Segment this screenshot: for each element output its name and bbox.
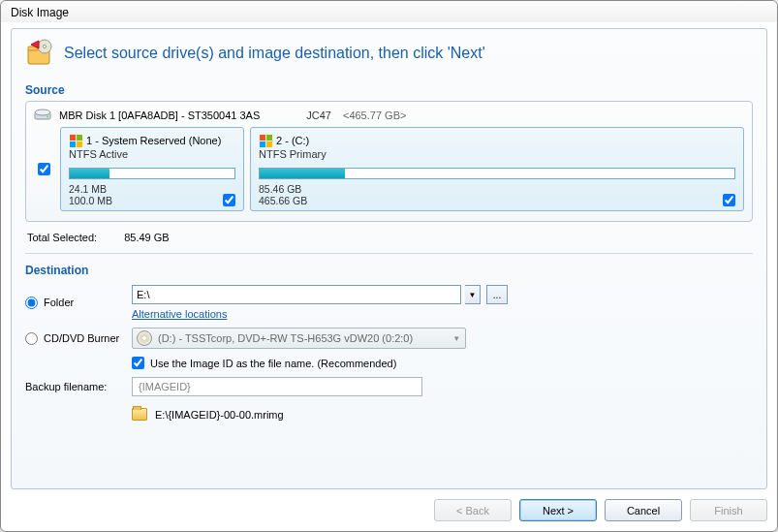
partition-1-header: 1 - System Reserved (None)	[69, 134, 235, 147]
partition-2-usage-fill	[260, 169, 345, 178]
partition-1-usage-fill	[70, 169, 109, 178]
finish-button: Finish	[690, 499, 767, 521]
select-all-checkbox[interactable]	[38, 163, 50, 175]
hard-drive-icon	[34, 108, 51, 123]
backup-filename-input	[132, 377, 422, 396]
burner-value: (D:) - TSSTcorp, DVD+-RW TS-H653G vDW20 …	[158, 332, 413, 344]
burner-radio[interactable]	[25, 332, 38, 345]
totals-label: Total Selected:	[27, 232, 97, 243]
folder-radio[interactable]	[25, 297, 38, 309]
partition-1-title: 1 - System Reserved (None)	[86, 135, 221, 146]
use-image-id-label: Use the Image ID as the file name. (Reco…	[150, 358, 396, 369]
partition-1-total: 100.0 MB	[69, 195, 112, 206]
partition-2[interactable]: 2 - (C:) NTFS Primary 85.46 GB 465.66 GB	[250, 127, 744, 211]
partition-1-sub: NTFS Active	[69, 148, 235, 160]
partition-1-footer: 24.1 MB 100.0 MB	[69, 183, 235, 206]
destination-section-label: Destination	[25, 264, 753, 277]
partition-1-usage-bar	[69, 168, 235, 179]
select-all-wrap	[34, 127, 54, 211]
disk-size: <465.77 GB>	[343, 110, 406, 121]
totals-row: Total Selected: 85.49 GB	[27, 232, 751, 243]
folder-cell: ▼ ... Alternative locations	[132, 285, 753, 320]
burner-cell: (D:) - TSSTcorp, DVD+-RW TS-H653G vDW20 …	[132, 328, 753, 349]
totals-value: 85.49 GB	[124, 232, 169, 243]
page-title: Select source drive(s) and image destina…	[64, 45, 485, 62]
partition-2-used: 85.46 GB	[259, 183, 307, 195]
partition-1-used: 24.1 MB	[69, 183, 112, 195]
dvd-drive-icon	[137, 330, 152, 346]
destination-grid: Folder ▼ ... Alternative locations CD/DV…	[25, 285, 753, 421]
disk-name: MBR Disk 1 [0AFA8ADB] - ST350041 3AS	[59, 110, 260, 121]
burner-select[interactable]: (D:) - TSSTcorp, DVD+-RW TS-H653G vDW20 …	[132, 328, 466, 349]
next-button[interactable]: Next >	[519, 499, 597, 521]
disk-image-icon	[25, 39, 54, 68]
back-button: < Back	[434, 499, 512, 521]
page-header: Select source drive(s) and image destina…	[25, 39, 753, 68]
button-bar: < Back Next > Cancel Finish	[11, 499, 767, 521]
partition-2-sub: NTFS Primary	[259, 148, 735, 160]
source-section-label: Source	[25, 83, 753, 97]
windows-flag-icon	[259, 134, 272, 147]
partition-1-sizes: 24.1 MB 100.0 MB	[69, 183, 112, 206]
windows-flag-icon	[69, 134, 82, 147]
partition-2-title: 2 - (C:)	[276, 135, 309, 146]
partition-2-footer: 85.46 GB 465.66 GB	[259, 183, 735, 206]
burner-radio-text: CD/DVD Burner	[44, 332, 119, 344]
alternative-locations-link[interactable]: Alternative locations	[132, 308, 227, 320]
partition-2-header: 2 - (C:)	[259, 134, 735, 147]
folder-radio-text: Folder	[44, 297, 74, 308]
folder-dropdown-button[interactable]: ▼	[465, 285, 481, 304]
burner-radio-label[interactable]: CD/DVD Burner	[25, 332, 132, 345]
window-title: Disk Image	[11, 6, 69, 19]
partitions-container: 1 - System Reserved (None) NTFS Active 2…	[34, 127, 744, 211]
partition-2-sizes: 85.46 GB 465.66 GB	[259, 183, 307, 206]
disk-meta: JC47	[306, 110, 331, 121]
separator	[25, 253, 753, 254]
svg-point-5	[35, 110, 50, 115]
svg-point-3	[43, 45, 46, 47]
inner-panel: Select source drive(s) and image destina…	[11, 28, 767, 489]
dialog-window: Disk Image Select source drive(s) and im…	[0, 0, 778, 532]
final-path-text: E:\{IMAGEID}-00-00.mrimg	[155, 409, 284, 421]
backup-filename-cell	[132, 377, 753, 396]
svg-point-6	[47, 116, 48, 118]
disk-row: MBR Disk 1 [0AFA8ADB] - ST350041 3AS JC4…	[34, 108, 744, 123]
partition-1-checkbox[interactable]	[223, 194, 235, 206]
final-path-row: E:\{IMAGEID}-00-00.mrimg	[132, 408, 753, 421]
browse-button[interactable]: ...	[486, 285, 508, 304]
folder-input-row: ▼ ...	[132, 285, 753, 304]
cancel-button[interactable]: Cancel	[605, 499, 682, 521]
folder-radio-label[interactable]: Folder	[25, 297, 132, 309]
partition-2-total: 465.66 GB	[259, 195, 307, 206]
use-image-id-row[interactable]: Use the Image ID as the file name. (Reco…	[132, 357, 753, 369]
content: Select source drive(s) and image destina…	[1, 22, 777, 531]
partition-1[interactable]: 1 - System Reserved (None) NTFS Active 2…	[60, 127, 244, 211]
partition-2-checkbox[interactable]	[723, 194, 735, 206]
source-box: MBR Disk 1 [0AFA8ADB] - ST350041 3AS JC4…	[25, 101, 753, 222]
folder-icon	[132, 408, 147, 421]
partition-2-usage-bar	[259, 168, 735, 179]
titlebar: Disk Image	[1, 1, 777, 22]
use-image-id-checkbox[interactable]	[132, 357, 144, 369]
folder-input[interactable]	[132, 285, 461, 304]
backup-filename-label: Backup filename:	[25, 381, 132, 392]
